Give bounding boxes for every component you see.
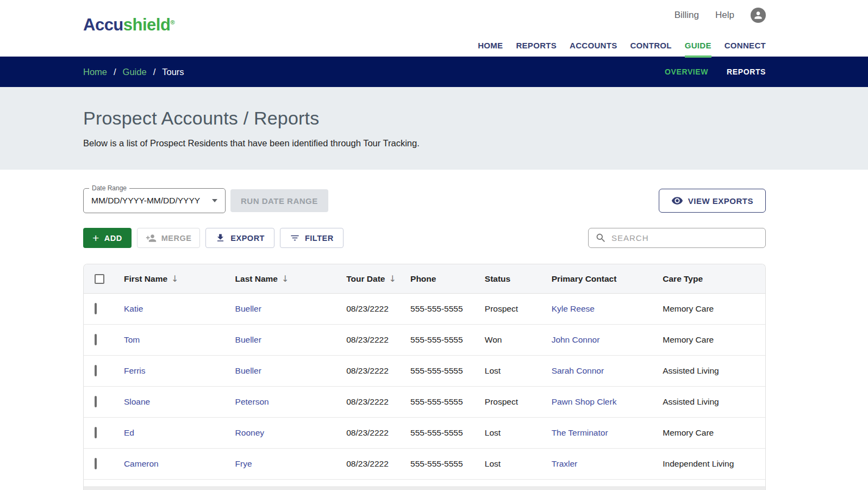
table-row: Tom Bueller 08/23/2222 555-555-5555 Won … — [84, 325, 765, 356]
care-type-value: Assisted Living — [663, 397, 765, 407]
merge-label: MERGE — [161, 234, 192, 243]
last-name-link[interactable]: Peterson — [235, 397, 269, 406]
status-value: Lost — [485, 459, 552, 469]
last-name-link[interactable]: Frye — [235, 459, 252, 468]
primary-contact-link[interactable]: Kyle Reese — [552, 304, 595, 313]
breadcrumb-guide[interactable]: Guide — [123, 67, 147, 77]
search-input[interactable] — [611, 233, 759, 243]
help-link[interactable]: Help — [715, 10, 734, 21]
column-header-last-name[interactable]: Last Name↓ — [235, 274, 347, 284]
table-row: Katie Bueller 08/23/2222 555-555-5555 Pr… — [84, 294, 765, 325]
last-name-link[interactable]: Bueller — [235, 366, 261, 375]
filter-button[interactable]: FILTER — [280, 228, 344, 248]
column-header-primary-contact: Primary Contact — [552, 274, 663, 284]
tour-date-value: 08/23/2222 — [346, 366, 410, 376]
toolbar-row-actions: + ADD MERGE EXPORT FILTER — [83, 228, 766, 248]
nav-item-control[interactable]: CONTROL — [630, 41, 671, 51]
status-value: Prospect — [485, 304, 552, 314]
status-value: Lost — [485, 366, 552, 376]
tour-date-value: 08/23/2222 — [346, 335, 410, 345]
content-area: Date Range MM/DD/YYYY-MM/DD/YYYY RUN DAT… — [83, 170, 766, 490]
user-avatar[interactable] — [751, 8, 766, 23]
page-header-band: Prospect Accounts / Reports Below is a l… — [0, 87, 868, 170]
sort-down-icon: ↓ — [171, 274, 178, 284]
breadcrumb-home[interactable]: Home — [83, 67, 107, 77]
first-name-link[interactable]: Sloane — [124, 397, 150, 406]
table-footer-strip — [84, 486, 765, 490]
run-date-range-button[interactable]: RUN DATE RANGE — [230, 189, 328, 212]
breadcrumb-tours: Tours — [162, 67, 184, 77]
select-all-checkbox[interactable] — [95, 274, 104, 284]
first-name-link[interactable]: Ferris — [124, 366, 146, 375]
page-subtitle: Below is a list of Prospect Residents th… — [83, 138, 766, 148]
phone-value: 555-555-5555 — [410, 335, 485, 345]
primary-contact-link[interactable]: Sarah Connor — [552, 366, 604, 375]
status-value: Won — [485, 335, 552, 345]
table-row: Cameron Frye 08/23/2222 555-555-5555 Los… — [84, 449, 765, 480]
nav-item-guide-active[interactable]: GUIDE — [685, 41, 711, 51]
top-header: Accushield® Billing Help HOME REPORTS AC… — [0, 0, 868, 57]
row-checkbox[interactable] — [95, 396, 97, 407]
table-header-row: First Name↓ Last Name↓ Tour Date↓ Phone … — [84, 264, 765, 294]
tour-date-value: 08/23/2222 — [346, 304, 410, 314]
registered-mark: ® — [170, 19, 174, 26]
page-title: Prospect Accounts / Reports — [83, 108, 766, 129]
table-body: Katie Bueller 08/23/2222 555-555-5555 Pr… — [84, 294, 765, 480]
accushield-logo[interactable]: Accushield® — [83, 15, 174, 35]
view-exports-button[interactable]: VIEW EXPORTS — [659, 189, 766, 213]
chevron-down-icon — [212, 199, 217, 202]
row-checkbox[interactable] — [95, 303, 97, 314]
care-type-value: Independent Living — [663, 459, 765, 469]
last-name-link[interactable]: Rooney — [235, 428, 264, 437]
add-button[interactable]: + ADD — [83, 228, 132, 248]
row-checkbox[interactable] — [95, 334, 97, 345]
breadcrumb-separator: / — [114, 67, 116, 77]
last-name-link[interactable]: Bueller — [235, 304, 261, 313]
column-header-tour-date[interactable]: Tour Date↓ — [346, 274, 410, 284]
care-type-value: Memory Care — [663, 304, 765, 314]
export-label: EXPORT — [230, 234, 265, 243]
status-value: Prospect — [485, 397, 552, 407]
first-name-link[interactable]: Tom — [124, 335, 140, 344]
tab-reports[interactable]: REPORTS — [727, 67, 766, 76]
tab-overview-active[interactable]: OVERVIEW — [665, 67, 708, 76]
primary-contact-link[interactable]: The Terminator — [552, 428, 608, 437]
phone-value: 555-555-5555 — [410, 366, 485, 376]
date-range-select[interactable]: Date Range MM/DD/YYYY-MM/DD/YYYY — [83, 188, 226, 213]
merge-button[interactable]: MERGE — [137, 228, 201, 248]
export-button[interactable]: EXPORT — [205, 228, 274, 248]
row-checkbox[interactable] — [95, 365, 97, 376]
column-header-status: Status — [485, 274, 552, 284]
row-checkbox[interactable] — [95, 458, 97, 469]
tour-date-value: 08/23/2222 — [346, 397, 410, 407]
last-name-link[interactable]: Bueller — [235, 335, 261, 344]
toolbar-row-date: Date Range MM/DD/YYYY-MM/DD/YYYY RUN DAT… — [83, 188, 766, 213]
search-icon — [595, 232, 607, 244]
date-range-value: MM/DD/YYYY-MM/DD/YYYY — [91, 196, 200, 206]
nav-item-connect[interactable]: CONNECT — [725, 41, 766, 51]
nav-item-home[interactable]: HOME — [478, 41, 503, 51]
person-add-icon — [146, 233, 157, 244]
billing-link[interactable]: Billing — [675, 10, 699, 21]
column-header-phone: Phone — [410, 274, 485, 284]
care-type-value: Memory Care — [663, 335, 765, 345]
column-header-first-name[interactable]: First Name↓ — [124, 274, 235, 284]
first-name-link[interactable]: Ed — [124, 428, 134, 437]
table-row: Sloane Peterson 08/23/2222 555-555-5555 … — [84, 387, 765, 418]
primary-contact-link[interactable]: John Connor — [552, 335, 600, 344]
status-value: Lost — [485, 428, 552, 438]
nav-item-reports[interactable]: REPORTS — [516, 41, 557, 51]
primary-contact-link[interactable]: Pawn Shop Clerk — [552, 397, 617, 406]
primary-contact-link[interactable]: Traxler — [552, 459, 578, 468]
utility-nav: Billing Help — [675, 8, 766, 23]
column-header-care-type: Care Type — [663, 274, 765, 284]
main-nav: HOME REPORTS ACCOUNTS CONTROL GUIDE CONN… — [478, 41, 766, 51]
care-type-value: Assisted Living — [663, 366, 765, 376]
sort-down-icon: ↓ — [389, 274, 396, 284]
breadcrumb: Home / Guide / Tours — [83, 67, 184, 77]
row-checkbox[interactable] — [95, 427, 97, 438]
nav-item-accounts[interactable]: ACCOUNTS — [570, 41, 617, 51]
phone-value: 555-555-5555 — [410, 304, 485, 314]
first-name-link[interactable]: Katie — [124, 304, 143, 313]
first-name-link[interactable]: Cameron — [124, 459, 159, 468]
